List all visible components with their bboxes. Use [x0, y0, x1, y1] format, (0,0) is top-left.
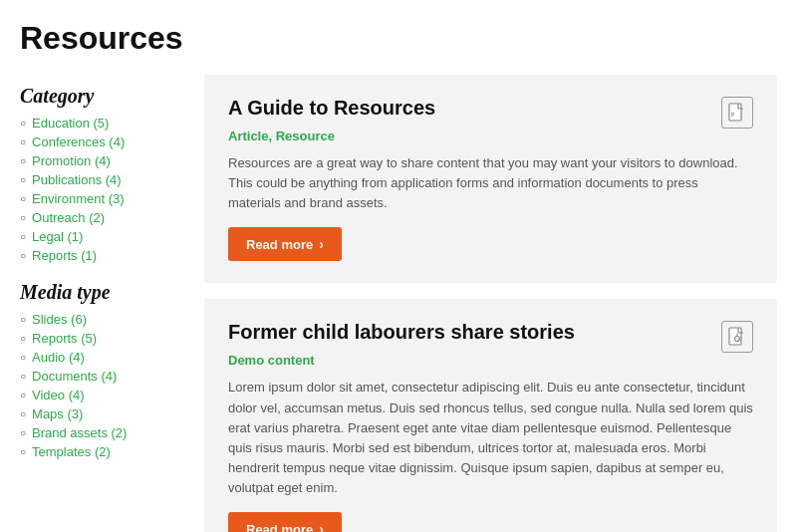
category-list-item: Environment (3)	[20, 191, 184, 206]
category-link[interactable]: Publications (4)	[32, 172, 122, 187]
category-list-item: Outreach (2)	[20, 210, 184, 225]
category-list-item: Education (5)	[20, 116, 184, 131]
media-type-list-item: Maps (3)	[20, 406, 184, 421]
media-type-section-title: Media type	[20, 281, 184, 304]
card-icon	[721, 321, 753, 353]
category-section-title: Category	[20, 85, 184, 108]
card-tags: Article, Resource	[228, 129, 753, 143]
resource-card: A Guide to Resources P Article, Resource…	[204, 75, 777, 283]
read-more-button[interactable]: Read more ›	[228, 227, 342, 261]
card-title: Former child labourers share stories	[228, 321, 709, 344]
chevron-right-icon: ›	[319, 236, 324, 252]
media-type-list-item: Brand assets (2)	[20, 425, 184, 440]
category-list-item: Legal (1)	[20, 229, 184, 244]
category-link[interactable]: Reports (1)	[32, 248, 97, 263]
media-type-list-item: Audio (4)	[20, 350, 184, 365]
read-more-button[interactable]: Read more ›	[228, 512, 342, 532]
media-type-list: Slides (6)Reports (5)Audio (4)Documents …	[20, 312, 184, 459]
media-type-link[interactable]: Templates (2)	[32, 444, 111, 459]
category-list-item: Publications (4)	[20, 172, 184, 187]
category-list-item: Conferences (4)	[20, 134, 184, 149]
media-type-list-item: Templates (2)	[20, 444, 184, 459]
resource-card: Former child labourers share stories Dem…	[204, 299, 777, 532]
chevron-right-icon: ›	[319, 521, 324, 532]
read-more-label: Read more	[246, 237, 313, 252]
svg-rect-2	[729, 328, 741, 345]
category-link[interactable]: Education (5)	[32, 116, 109, 131]
media-type-link[interactable]: Brand assets (2)	[32, 425, 127, 440]
read-more-label: Read more	[246, 522, 313, 532]
card-icon: P	[721, 97, 753, 129]
media-type-list-item: Slides (6)	[20, 312, 184, 327]
media-type-list-item: Documents (4)	[20, 369, 184, 384]
page-title: Resources	[20, 20, 777, 57]
card-description: Resources are a great way to share conte…	[228, 153, 753, 213]
media-type-link[interactable]: Video (4)	[32, 388, 85, 402]
card-title: A Guide to Resources	[228, 97, 709, 120]
category-list: Education (5)Conferences (4)Promotion (4…	[20, 116, 184, 263]
media-type-link[interactable]: Audio (4)	[32, 350, 85, 365]
main-layout: Category Education (5)Conferences (4)Pro…	[20, 75, 777, 532]
category-link[interactable]: Environment (3)	[32, 191, 124, 206]
category-link[interactable]: Legal (1)	[32, 229, 83, 244]
media-type-link[interactable]: Reports (5)	[32, 331, 97, 346]
card-description: Lorem ipsum dolor sit amet, consectetur …	[228, 378, 753, 498]
category-list-item: Reports (1)	[20, 248, 184, 263]
category-link[interactable]: Outreach (2)	[32, 210, 105, 225]
media-type-list-item: Reports (5)	[20, 331, 184, 346]
media-type-list-item: Video (4)	[20, 388, 184, 402]
category-link[interactable]: Conferences (4)	[32, 134, 125, 149]
category-list-item: Promotion (4)	[20, 153, 184, 168]
category-link[interactable]: Promotion (4)	[32, 153, 111, 168]
media-type-link[interactable]: Documents (4)	[32, 369, 117, 384]
media-type-link[interactable]: Slides (6)	[32, 312, 87, 327]
sidebar: Category Education (5)Conferences (4)Pro…	[20, 75, 184, 532]
main-content: A Guide to Resources P Article, Resource…	[204, 75, 777, 532]
card-tags: Demo content	[228, 353, 753, 368]
media-type-link[interactable]: Maps (3)	[32, 406, 83, 421]
